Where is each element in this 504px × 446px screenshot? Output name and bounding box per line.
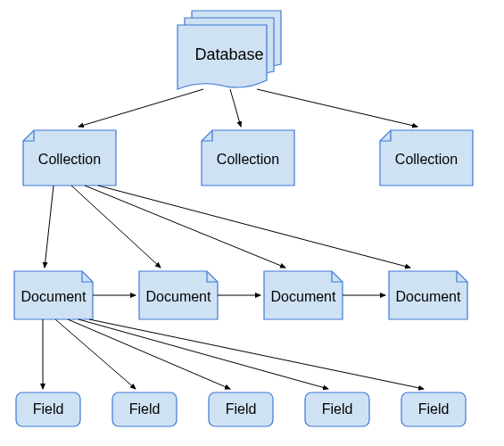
document-node: Document <box>264 271 343 319</box>
database-label: Database <box>194 45 263 63</box>
svg-line-2 <box>257 89 417 127</box>
collection-label: Collection <box>395 152 458 167</box>
collection-node: Collection <box>23 130 116 186</box>
collection-label: Collection <box>38 152 101 167</box>
document-node: Document <box>14 271 93 319</box>
field-node: Field <box>16 392 80 426</box>
field-label: Field <box>322 401 353 417</box>
svg-line-13 <box>78 319 328 389</box>
field-label: Field <box>129 401 161 417</box>
svg-line-14 <box>89 319 424 389</box>
document-label: Document <box>21 289 87 304</box>
svg-line-12 <box>68 319 230 389</box>
document-to-fields-arrows <box>43 319 424 389</box>
document-node: Document <box>389 271 467 319</box>
collection-node: Collection <box>380 130 473 186</box>
svg-line-3 <box>45 186 54 268</box>
database-node: Database <box>178 11 281 89</box>
db-to-collections-arrows <box>78 89 417 127</box>
document-node: Document <box>139 271 218 319</box>
document-label: Document <box>146 289 211 304</box>
field-node: Field <box>401 392 466 426</box>
field-node: Field <box>305 392 369 426</box>
field-node: Field <box>112 392 177 426</box>
document-label: Document <box>396 289 461 304</box>
svg-line-11 <box>55 319 136 389</box>
document-label: Document <box>271 289 336 304</box>
collection-label: Collection <box>217 152 279 167</box>
field-node: Field <box>209 392 273 426</box>
field-label: Field <box>33 401 64 417</box>
collection-node: Collection <box>202 130 294 186</box>
collection-to-documents-arrows <box>45 186 410 268</box>
svg-line-0 <box>78 89 203 127</box>
field-label: Field <box>418 401 450 417</box>
field-label: Field <box>226 401 257 417</box>
svg-line-1 <box>230 89 241 127</box>
